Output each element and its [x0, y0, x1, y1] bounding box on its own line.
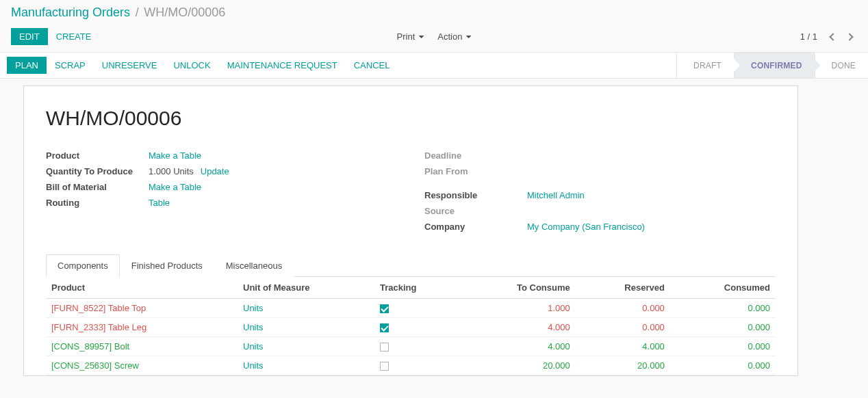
- th-tracking[interactable]: Tracking: [374, 277, 457, 299]
- value-routing[interactable]: Table: [149, 198, 170, 208]
- status-step-done[interactable]: DONE: [815, 53, 868, 78]
- cell-consumed: 0.000: [748, 303, 770, 313]
- tracking-checkbox[interactable]: [380, 304, 389, 313]
- cell-toconsume: 20.000: [543, 360, 570, 371]
- caret-icon: [465, 36, 471, 38]
- value-company[interactable]: My Company (San Francisco): [527, 222, 645, 232]
- label-routing: Routing: [46, 198, 149, 208]
- status-step-draft[interactable]: DRAFT: [676, 53, 734, 78]
- unreserve-button[interactable]: UNRESERVE: [94, 57, 166, 74]
- label-bom: Bill of Material: [46, 182, 149, 192]
- fields-col-right: Deadline Plan From ResponsibleMitchell A…: [424, 148, 776, 235]
- cell-reserved: 20.000: [637, 360, 665, 371]
- cell-product[interactable]: [FURN_2333] Table Leg: [51, 322, 146, 332]
- record-title: WH/MO/00006: [46, 107, 776, 130]
- table-row[interactable]: [FURN_8522] Table TopUnits1.0000.0000.00…: [46, 299, 776, 318]
- cell-reserved: 0.000: [642, 303, 665, 313]
- form-sheet: WH/MO/00006 Product Make a Table Quantit…: [23, 85, 798, 376]
- unlock-button[interactable]: UNLOCK: [165, 57, 218, 74]
- th-product[interactable]: Product: [46, 277, 238, 299]
- th-consumed[interactable]: Consumed: [670, 277, 776, 299]
- table-row[interactable]: [FURN_2333] Table LegUnits4.0000.0000.00…: [46, 318, 776, 337]
- status-steps: DRAFT CONFIRMED DONE: [676, 53, 868, 78]
- plan-button[interactable]: PLAN: [7, 57, 47, 74]
- breadcrumb: Manufacturing Orders / WH/MO/00006: [0, 0, 868, 23]
- action-dropdown[interactable]: Action: [437, 31, 471, 42]
- controls-row: EDIT CREATE Print Action 1 / 1: [0, 23, 868, 53]
- tab-components[interactable]: Components: [46, 254, 120, 277]
- scrap-button[interactable]: SCRAP: [47, 57, 94, 74]
- label-quantity: Quantity To Produce: [46, 166, 149, 176]
- cell-product[interactable]: [CONS_89957] Bolt: [51, 341, 129, 351]
- label-deadline: Deadline: [424, 150, 527, 161]
- maintenance-request-button[interactable]: MAINTENANCE REQUEST: [219, 57, 346, 74]
- breadcrumb-current: WH/MO/00006: [144, 5, 225, 19]
- label-product: Product: [46, 150, 149, 161]
- th-toconsume[interactable]: To Consume: [457, 277, 576, 299]
- tracking-checkbox[interactable]: [380, 323, 389, 332]
- status-row: PLAN SCRAP UNRESERVE UNLOCK MAINTENANCE …: [0, 53, 868, 79]
- cell-reserved: 4.000: [642, 341, 665, 351]
- tracking-checkbox[interactable]: [380, 343, 389, 351]
- cell-toconsume: 4.000: [548, 341, 570, 351]
- components-table: Product Unit of Measure Tracking To Cons…: [46, 277, 776, 375]
- print-label: Print: [397, 31, 416, 42]
- action-label: Action: [437, 31, 462, 42]
- tabs: Components Finished Products Miscellaneo…: [46, 254, 776, 277]
- cell-consumed: 0.000: [748, 360, 770, 371]
- cell-product[interactable]: [CONS_25630] Screw: [51, 360, 139, 371]
- tab-finished-products[interactable]: Finished Products: [120, 254, 214, 277]
- chevron-right-icon: [845, 33, 853, 40]
- table-row[interactable]: [CONS_89957] BoltUnits4.0004.0000.000: [46, 337, 776, 356]
- cell-toconsume: 4.000: [548, 322, 570, 332]
- cell-consumed: 0.000: [748, 322, 770, 332]
- label-company: Company: [424, 222, 527, 232]
- cell-product[interactable]: [FURN_8522] Table Top: [51, 303, 146, 313]
- print-dropdown[interactable]: Print: [397, 31, 424, 42]
- value-bom[interactable]: Make a Table: [149, 182, 201, 192]
- breadcrumb-sep: /: [136, 5, 139, 19]
- pager-prev-button[interactable]: [826, 29, 841, 44]
- caret-icon: [418, 36, 424, 38]
- breadcrumb-parent[interactable]: Manufacturing Orders: [11, 5, 130, 20]
- pager-next-button[interactable]: [842, 29, 857, 44]
- cell-uom[interactable]: Units: [243, 341, 264, 351]
- th-reserved[interactable]: Reserved: [576, 277, 670, 299]
- label-source: Source: [424, 206, 527, 216]
- cancel-button[interactable]: CANCEL: [346, 57, 398, 74]
- update-quantity-link[interactable]: Update: [201, 166, 229, 176]
- pager-text: 1 / 1: [800, 31, 817, 42]
- value-product[interactable]: Make a Table: [149, 150, 201, 161]
- cell-uom[interactable]: Units: [243, 360, 264, 371]
- create-button[interactable]: CREATE: [48, 28, 100, 45]
- chevron-left-icon: [829, 33, 837, 40]
- tracking-checkbox[interactable]: [380, 362, 389, 371]
- value-responsible[interactable]: Mitchell Admin: [527, 190, 585, 200]
- cell-reserved: 0.000: [642, 322, 665, 332]
- edit-button[interactable]: EDIT: [11, 28, 48, 45]
- status-step-confirmed[interactable]: CONFIRMED: [734, 53, 814, 78]
- label-responsible: Responsible: [424, 190, 527, 200]
- label-planfrom: Plan From: [424, 166, 527, 176]
- cell-toconsume: 1.000: [548, 303, 570, 313]
- fields-col-left: Product Make a Table Quantity To Produce…: [46, 148, 397, 235]
- cell-consumed: 0.000: [748, 341, 770, 351]
- th-uom[interactable]: Unit of Measure: [238, 277, 374, 299]
- cell-uom[interactable]: Units: [243, 303, 264, 313]
- table-row[interactable]: [CONS_25630] ScrewUnits20.00020.0000.000: [46, 356, 776, 375]
- value-quantity: 1.000 Units: [149, 166, 194, 176]
- tab-miscellaneous[interactable]: Miscellaneous: [214, 254, 294, 277]
- cell-uom[interactable]: Units: [243, 322, 264, 332]
